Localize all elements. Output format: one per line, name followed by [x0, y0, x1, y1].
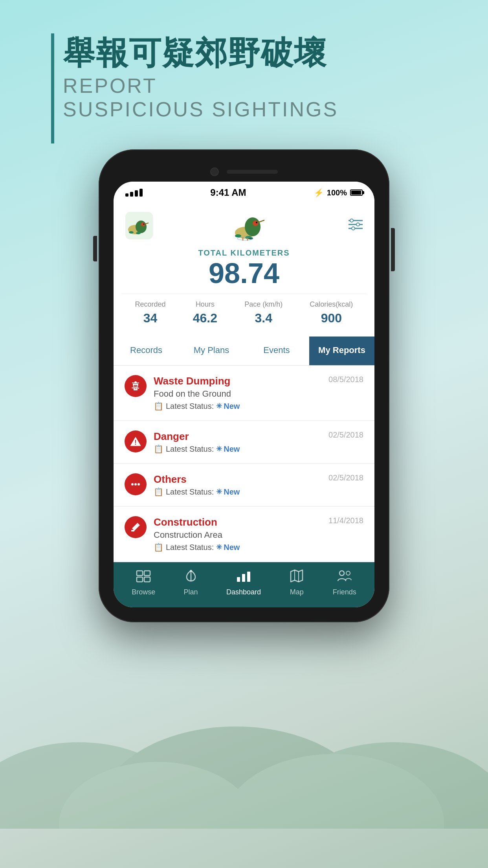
front-camera: [210, 167, 219, 176]
avatar-kiwi-icon: [127, 216, 151, 235]
status-doc-icon: 📋: [154, 401, 163, 411]
nav-dashboard[interactable]: Dashboard: [226, 569, 261, 596]
tab-my-reports[interactable]: My Reports: [309, 337, 374, 365]
map-label: Map: [290, 588, 304, 596]
others-date: 02/5/2018: [328, 473, 363, 482]
battery-percent: 100%: [327, 188, 347, 197]
others-status: 📋 Latest Status: ✳ New: [154, 487, 363, 497]
map-icon: [289, 569, 304, 586]
dashboard-label: Dashboard: [226, 588, 261, 596]
report-item-waste-dumping[interactable]: Waste Dumping 08/5/2018 Food on the Grou…: [114, 366, 374, 420]
nav-map[interactable]: Map: [289, 569, 304, 596]
nav-friends[interactable]: Friends: [333, 569, 356, 596]
construction-subtitle: Construction Area: [154, 530, 363, 540]
app-header: [114, 201, 374, 248]
svg-rect-39: [137, 577, 143, 582]
svg-point-15: [256, 222, 257, 223]
signal-bar-1: [125, 193, 128, 197]
phone-shell: 9:41 AM ⚡ 100%: [99, 149, 389, 622]
nav-browse[interactable]: Browse: [132, 569, 155, 596]
plan-icon-svg: [184, 569, 198, 583]
danger-status: 📋 Latest Status: ✳ New: [154, 444, 363, 454]
stat-hours: Hours 46.2: [193, 300, 217, 326]
construction-title: Construction: [154, 516, 217, 528]
total-km-label: TOTAL KILOMETERS: [121, 248, 367, 257]
waste-dumping-title: Waste Dumping: [154, 375, 230, 387]
danger-new-icon: ✳: [216, 445, 222, 453]
svg-point-13: [245, 217, 261, 236]
svg-rect-40: [144, 577, 150, 582]
pace-value: 3.4: [244, 311, 283, 326]
tab-events[interactable]: Events: [244, 337, 309, 365]
friends-icon: [337, 569, 352, 586]
svg-rect-42: [237, 577, 240, 582]
waste-dumping-header: Waste Dumping 08/5/2018: [154, 375, 363, 387]
browse-icon: [136, 569, 151, 586]
recorded-value: 34: [135, 311, 166, 326]
battery-fill: [351, 191, 361, 195]
waste-dumping-subtitle: Food on the Ground: [154, 389, 363, 399]
hours-label: Hours: [193, 300, 217, 309]
recorded-label: Recorded: [135, 300, 166, 309]
svg-rect-36: [131, 530, 134, 531]
english-title-line1: REPORT: [63, 74, 338, 97]
nav-plan[interactable]: Plan: [184, 569, 198, 596]
phone-inner-frame: 9:41 AM ⚡ 100%: [107, 158, 381, 614]
others-new-icon: ✳: [216, 487, 222, 496]
svg-point-14: [253, 221, 258, 226]
construction-icon: [125, 516, 147, 538]
svg-point-47: [339, 571, 344, 576]
danger-title: Danger: [154, 430, 189, 443]
tab-records[interactable]: Records: [114, 337, 179, 365]
svg-point-35: [138, 483, 140, 485]
calories-value: 900: [310, 311, 353, 326]
svg-point-28: [352, 227, 355, 230]
construction-doc-icon: 📋: [154, 542, 163, 552]
chinese-title: 舉報可疑郊野破壞: [63, 35, 338, 71]
bottom-navigation: Browse Plan: [114, 562, 374, 607]
speaker-grille: [227, 170, 278, 174]
dashboard-icon-svg: [236, 569, 251, 583]
others-content: Others 02/5/2018 📋 Latest Status: ✳ New: [154, 473, 363, 497]
svg-point-48: [346, 571, 350, 575]
bluetooth-icon: ⚡: [314, 188, 324, 197]
report-item-others[interactable]: Others 02/5/2018 📋 Latest Status: ✳ New: [114, 464, 374, 506]
waste-dumping-date: 08/5/2018: [328, 375, 363, 384]
svg-point-8: [143, 224, 145, 225]
report-item-danger[interactable]: ! Danger 02/5/2018 📋 Latest Status:: [114, 421, 374, 463]
construction-icon-svg: [130, 521, 141, 533]
english-title-line2: SUSPICIOUS SIGHTINGS: [63, 97, 338, 121]
waste-icon-svg: [130, 380, 141, 392]
construction-status: 📋 Latest Status: ✳ New: [154, 542, 363, 552]
user-avatar[interactable]: [125, 212, 153, 239]
report-item-construction[interactable]: Construction 11/4/2018 Construction Area…: [114, 507, 374, 561]
others-new-badge: ✳ New: [216, 487, 240, 497]
report-list: Waste Dumping 08/5/2018 Food on the Grou…: [114, 366, 374, 561]
others-title: Others: [154, 473, 187, 485]
construction-content: Construction 11/4/2018 Construction Area…: [154, 516, 363, 552]
others-icon: [125, 473, 147, 495]
waste-dumping-status: 📋 Latest Status: ✳ New: [154, 401, 363, 411]
filter-button[interactable]: [349, 219, 363, 233]
friends-icon-svg: [337, 569, 352, 583]
center-mascot: [231, 209, 270, 242]
stats-row: Recorded 34 Hours 46.2 Pace (km/h) 3.4: [121, 294, 367, 329]
stats-area: TOTAL KILOMETERS 98.74 Recorded 34 Hours…: [114, 248, 374, 337]
danger-header: Danger 02/5/2018: [154, 430, 363, 443]
signal-indicator: [125, 189, 143, 197]
svg-point-11: [136, 232, 141, 234]
browse-label: Browse: [132, 588, 155, 596]
svg-point-27: [356, 223, 360, 226]
construction-header: Construction 11/4/2018: [154, 516, 363, 528]
danger-icon: !: [125, 430, 147, 452]
tab-my-plans[interactable]: My Plans: [179, 337, 244, 365]
accent-bar: [51, 33, 54, 143]
calories-label: Calories(kcal): [310, 300, 353, 309]
plan-icon: [184, 569, 198, 586]
status-bar: 9:41 AM ⚡ 100%: [114, 182, 374, 201]
tabs-navigation: Records My Plans Events My Reports: [114, 337, 374, 366]
svg-point-33: [131, 483, 134, 485]
svg-rect-37: [137, 571, 143, 576]
new-status-icon: ✳: [216, 402, 222, 410]
waste-dumping-content: Waste Dumping 08/5/2018 Food on the Grou…: [154, 375, 363, 411]
